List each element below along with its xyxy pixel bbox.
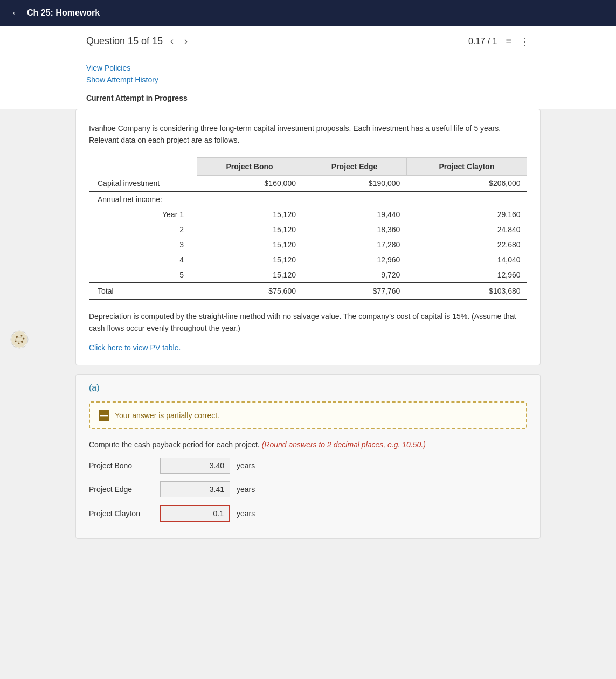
compute-instruction: Compute the cash payback period for each… — [89, 440, 527, 449]
total-label: Total — [89, 283, 197, 299]
question-header: Question 15 of 15 ‹ › 0.17 / 1 ≡ ⋮ — [0, 26, 616, 57]
bono-y2: 15,120 — [197, 222, 302, 237]
score-display: 0.17 / 1 — [468, 37, 497, 46]
attempt-section: View Policies Show Attempt History Curre… — [0, 57, 616, 109]
table-header-bono: Project Bono — [197, 157, 302, 175]
current-attempt-label: Current Attempt in Progress — [86, 87, 530, 102]
table-row: Year 1 15,120 19,440 29,160 — [89, 207, 527, 222]
bono-y5: 15,120 — [197, 267, 302, 283]
question-nav: Question 15 of 15 ‹ › — [86, 34, 191, 48]
edge-y1: 19,440 — [302, 207, 406, 222]
edge-y5: 9,720 — [302, 267, 406, 283]
nav-title: Ch 25: Homework — [27, 8, 100, 18]
bono-y1: 15,120 — [197, 207, 302, 222]
next-question-button[interactable]: › — [181, 34, 191, 48]
project-edge-input[interactable] — [160, 481, 230, 497]
project-edge-unit: years — [237, 485, 255, 494]
project-bono-input[interactable] — [160, 458, 230, 474]
table-row: Capital investment $160,000 $190,000 $20… — [89, 175, 527, 191]
project-clayton-unit: years — [237, 509, 255, 518]
cookie-icon[interactable] — [10, 330, 29, 349]
pv-table-link[interactable]: Click here to view PV table. — [89, 343, 181, 352]
clayton-y5: 12,960 — [406, 267, 527, 283]
edge-y2: 18,360 — [302, 222, 406, 237]
project-bono-row: Project Bono years — [89, 458, 527, 474]
question-text: Ivanhoe Company is considering three lon… — [89, 122, 527, 147]
header-right: 0.17 / 1 ≡ ⋮ — [468, 36, 530, 47]
partial-correct-box: — Your answer is partially correct. — [89, 401, 527, 429]
prev-question-button[interactable]: ‹ — [167, 34, 177, 48]
more-options-button[interactable]: ⋮ — [520, 36, 530, 47]
bono-y3: 15,120 — [197, 237, 302, 252]
clayton-y4: 14,040 — [406, 252, 527, 267]
top-nav: ← Ch 25: Homework — [0, 0, 616, 26]
svg-point-6 — [18, 343, 20, 344]
table-row: 2 15,120 18,360 24,840 — [89, 222, 527, 237]
year1-label: Year 1 — [89, 207, 197, 222]
year2-label: 2 — [89, 222, 197, 237]
year3-label: 3 — [89, 237, 197, 252]
year4-label: 4 — [89, 252, 197, 267]
table-row: 3 15,120 17,280 22,680 — [89, 237, 527, 252]
year5-label: 5 — [89, 267, 197, 283]
table-header-clayton: Project Clayton — [406, 157, 527, 175]
project-edge-label: Project Edge — [89, 485, 154, 494]
table-header-edge: Project Edge — [302, 157, 406, 175]
project-clayton-row: Project Clayton years — [89, 505, 527, 522]
section-a: (a) — Your answer is partially correct. … — [75, 374, 541, 539]
depreciation-text: Depreciation is computed by the straight… — [89, 310, 527, 335]
view-policies-link[interactable]: View Policies — [86, 64, 530, 72]
project-bono-unit: years — [237, 461, 255, 470]
project-clayton-label: Project Clayton — [89, 509, 154, 518]
table-row-total: Total $75,600 $77,760 $103,680 — [89, 283, 527, 299]
table-row: Annual net income: — [89, 191, 527, 207]
bono-total: $75,600 — [197, 283, 302, 299]
clayton-capital: $206,000 — [406, 175, 527, 191]
show-attempt-link[interactable]: Show Attempt History — [86, 75, 530, 84]
back-button[interactable]: ← — [11, 8, 20, 19]
section-a-label: (a) — [89, 383, 527, 393]
clayton-y2: 24,840 — [406, 222, 527, 237]
edge-y3: 17,280 — [302, 237, 406, 252]
partial-correct-text: Your answer is partially correct. — [115, 411, 219, 420]
clayton-y1: 29,160 — [406, 207, 527, 222]
bono-capital: $160,000 — [197, 175, 302, 191]
question-title: Question 15 of 15 — [86, 36, 163, 47]
edge-capital: $190,000 — [302, 175, 406, 191]
project-bono-label: Project Bono — [89, 461, 154, 470]
partial-correct-icon: — — [99, 410, 109, 421]
table-row: 4 15,120 12,960 14,040 — [89, 252, 527, 267]
data-table: Project Bono Project Edge Project Clayto… — [89, 157, 527, 300]
edge-total: $77,760 — [302, 283, 406, 299]
svg-point-2 — [16, 336, 18, 338]
edge-y4: 12,960 — [302, 252, 406, 267]
svg-point-1 — [11, 331, 27, 348]
table-row: 5 15,120 9,720 12,960 — [89, 267, 527, 283]
svg-point-3 — [21, 335, 23, 337]
round-instruction: (Round answers to 2 decimal places, e.g.… — [262, 440, 426, 449]
clayton-y3: 22,680 — [406, 237, 527, 252]
annual-net-income-label: Annual net income: — [89, 191, 197, 207]
bono-y4: 15,120 — [197, 252, 302, 267]
capital-investment-label: Capital investment — [89, 175, 197, 191]
list-icon-button[interactable]: ≡ — [506, 36, 511, 47]
project-edge-row: Project Edge years — [89, 481, 527, 497]
main-content: Question 15 of 15 ‹ › 0.17 / 1 ≡ ⋮ View … — [0, 26, 616, 560]
table-header-empty — [89, 157, 197, 175]
clayton-total: $103,680 — [406, 283, 527, 299]
project-clayton-input[interactable] — [160, 505, 230, 522]
question-card: Ivanhoe Company is considering three lon… — [75, 109, 541, 365]
compute-text-static: Compute the cash payback period for each… — [89, 440, 260, 449]
